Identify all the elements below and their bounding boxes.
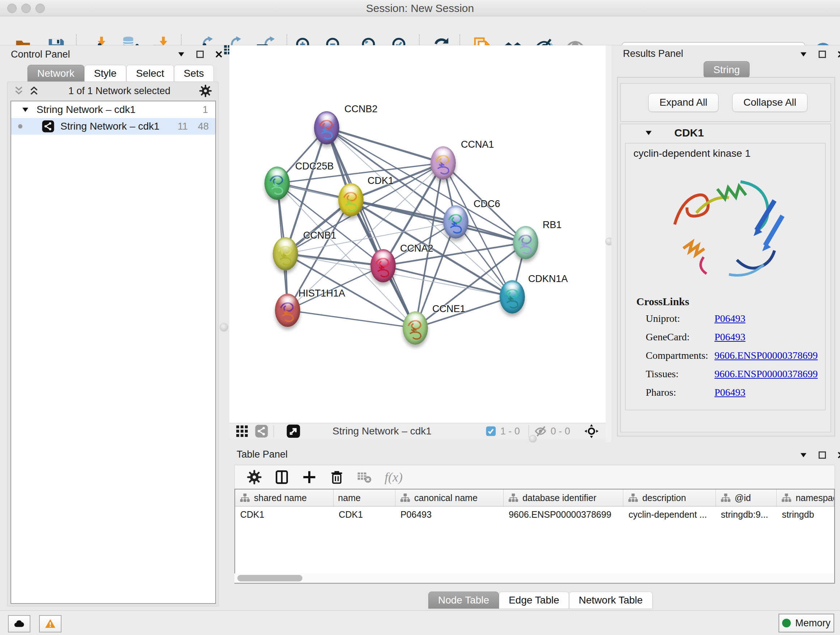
tab-network-table[interactable]: Network Table — [569, 592, 653, 608]
column-header-canonical-name[interactable]: canonical name — [395, 489, 504, 506]
tab-network[interactable]: Network — [27, 65, 84, 82]
node-gloss — [343, 185, 359, 195]
network-node-cdc6[interactable] — [443, 205, 469, 239]
node-table: shared namenamecanonical namedatabase id… — [234, 489, 835, 584]
gene-section-header[interactable]: CDK1 — [621, 124, 831, 141]
network-collection-row[interactable]: String Network – cdk1 1 — [11, 101, 215, 118]
results-panel-collapse-icon[interactable] — [799, 50, 808, 59]
network-node-rb1[interactable] — [513, 226, 538, 259]
collapse-all-button[interactable]: Collapse All — [732, 93, 807, 112]
tab-sets[interactable]: Sets — [174, 65, 214, 82]
column-header-database-identifier[interactable]: database identifier — [504, 489, 623, 506]
network-node-ccnb1[interactable] — [273, 237, 298, 271]
control-panel: Control Panel NetworkStyleSelectSets 1 o… — [3, 45, 222, 610]
detach-view-icon[interactable] — [286, 424, 301, 439]
network-row[interactable]: String Network – cdk1 11 48 — [11, 118, 215, 135]
tab-node-table[interactable]: Node Table — [428, 592, 499, 608]
table-tabs: Node TableEdge TableNetwork Table — [428, 592, 653, 608]
collection-collapse-icon[interactable] — [21, 105, 30, 114]
network-node-cdkn1a[interactable] — [500, 280, 525, 314]
fit-selection-crosshair-icon[interactable] — [584, 424, 599, 439]
show-columns-icon[interactable] — [274, 469, 290, 485]
tree-column-icon — [628, 492, 638, 503]
birds-eye-grid-icon[interactable] — [235, 424, 249, 438]
column-header-shared-name[interactable]: shared name — [235, 489, 333, 506]
main-toolbar: ? — [0, 16, 840, 45]
network-node-cdc25b[interactable] — [264, 166, 290, 200]
control-panel-close-icon[interactable] — [214, 50, 224, 59]
table-cell[interactable]: stringdb — [777, 507, 834, 523]
network-canvas[interactable]: CCNB2 CCNA1 CDC25B CDK1 CDC6 RB1 CCNB1 C… — [229, 45, 606, 423]
table-toolbar: f(x) — [234, 465, 835, 489]
warnings-button[interactable] — [39, 615, 62, 632]
crosslinks-title: CrossLinks — [636, 295, 689, 308]
table-cell[interactable]: cyclin-dependent ... — [623, 507, 715, 523]
column-header-description[interactable]: description — [623, 489, 715, 506]
network-view-title: String Network – cdk1 — [332, 425, 431, 437]
network-node-ccna2[interactable] — [370, 249, 396, 282]
network-node-hist1h1a[interactable] — [275, 294, 300, 327]
memory-button[interactable]: Memory — [778, 614, 834, 632]
results-panel-close-icon[interactable] — [836, 50, 840, 59]
crosslink-row: GeneCard:P06493 — [646, 331, 819, 349]
node-label-ccne1: CCNE1 — [432, 303, 466, 315]
tab-edge-table[interactable]: Edge Table — [499, 592, 569, 608]
table-cell[interactable]: stringdb:9... — [716, 507, 777, 523]
gene-collapse-icon[interactable] — [644, 128, 653, 138]
node-gloss — [504, 282, 521, 292]
table-hscrollbar[interactable] — [234, 573, 834, 583]
table-hscrollbar-thumb[interactable] — [237, 575, 302, 581]
network-thumbnail-icon[interactable] — [255, 424, 268, 438]
crosslink-link[interactable]: 9606.ENSP00000378699 — [714, 350, 818, 368]
expand-all-button[interactable]: Expand All — [648, 93, 718, 112]
table-cell[interactable]: CDK1 — [333, 507, 395, 523]
gene-section: CDK1 cyclin-dependent kinase 1 — [621, 124, 831, 432]
table-cell[interactable]: P06493 — [395, 507, 504, 523]
crosslink-link[interactable]: P06493 — [714, 331, 745, 349]
crosslink-row: Pharos:P06493 — [646, 386, 819, 405]
crosslink-link[interactable]: P06493 — [714, 386, 745, 405]
table-cell[interactable]: CDK1 — [235, 507, 333, 523]
column-header--id[interactable]: @id — [716, 489, 777, 506]
table-cell[interactable]: 9606.ENSP00000378699 — [504, 507, 623, 523]
control-panel-collapse-icon[interactable] — [177, 50, 186, 59]
table-panel-collapse-icon[interactable] — [799, 450, 808, 460]
left-splitter-handle[interactable] — [219, 323, 228, 332]
network-node-ccna1[interactable] — [431, 146, 456, 180]
table-panel-float-icon[interactable] — [818, 450, 827, 460]
column-header-name[interactable]: name — [333, 489, 395, 506]
crosslink-link[interactable]: 9606.ENSP00000378699 — [714, 368, 818, 386]
column-label: namespace — [796, 493, 834, 503]
column-label: description — [642, 493, 686, 503]
node-gloss — [375, 251, 392, 261]
tab-style[interactable]: Style — [84, 65, 126, 82]
control-panel-tabs: NetworkStyleSelectSets — [27, 65, 214, 82]
column-header-namespace[interactable]: namespace — [777, 489, 834, 506]
hidden-eye-icon[interactable] — [534, 424, 547, 438]
gene-name: CDK1 — [674, 127, 704, 139]
crosslink-row: Uniprot:P06493 — [646, 313, 819, 331]
results-panel-float-icon[interactable] — [818, 50, 827, 59]
table-row[interactable]: CDK1CDK1P064939606.ENSP00000378699cyclin… — [235, 507, 834, 523]
hidden-counts: 0 - 0 — [551, 426, 570, 437]
add-column-icon[interactable] — [302, 469, 317, 485]
tab-string[interactable]: String — [704, 61, 750, 78]
collapse-networks-icon[interactable] — [13, 85, 25, 97]
control-panel-float-icon[interactable] — [195, 50, 205, 59]
cloud-status-button[interactable] — [8, 615, 30, 632]
delete-column-icon[interactable] — [329, 469, 345, 485]
network-node-ccne1[interactable] — [403, 311, 428, 345]
network-selection-status: 1 of 1 Network selected — [40, 86, 199, 97]
selected-nodes-checkbox-icon[interactable] — [485, 425, 497, 437]
expand-networks-icon[interactable] — [28, 85, 40, 97]
column-label: database identifier — [523, 493, 596, 503]
table-panel-close-icon[interactable] — [836, 450, 840, 460]
bottom-splitter-handle[interactable] — [529, 435, 537, 443]
network-options-gear-icon[interactable] — [199, 84, 212, 98]
crosslink-link[interactable]: P06493 — [714, 313, 745, 331]
table-options-gear-icon[interactable] — [246, 469, 262, 485]
control-panel-body: 1 of 1 Network selected String Network –… — [7, 81, 218, 606]
tab-select[interactable]: Select — [126, 65, 174, 82]
network-node-cdk1[interactable] — [338, 183, 363, 217]
network-node-ccnb2[interactable] — [314, 111, 339, 144]
